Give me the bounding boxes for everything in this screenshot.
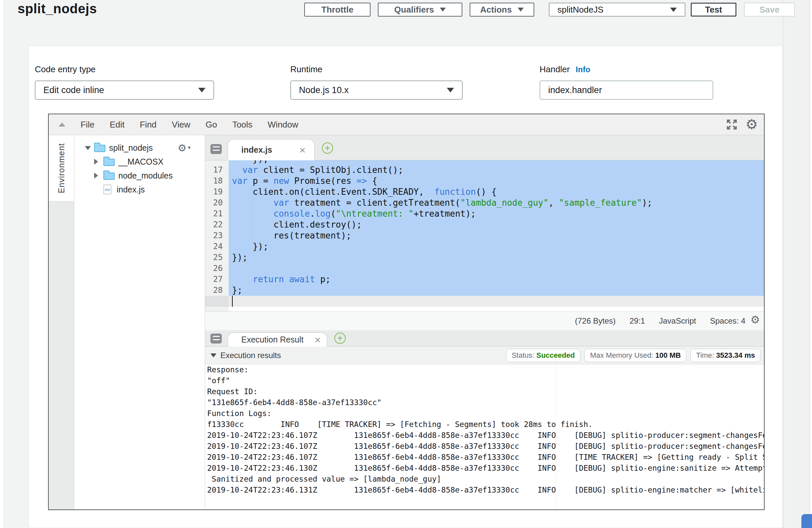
status-badge: Max Memory Used: 100 MB (584, 349, 686, 362)
code-line: client.destroy(); (232, 219, 362, 230)
new-tab-plus-icon[interactable]: + (334, 333, 346, 344)
log-line: "131e865f-6eb4-4dd8-858e-a37ef13330cc" (205, 397, 764, 408)
folder-icon (94, 145, 105, 152)
line-number: 21 (213, 208, 223, 219)
log-line: 2019-10-24T22:23:46.131Z 131e865f-6eb4-4… (205, 485, 764, 496)
file-size: (726 Bytes) (575, 316, 616, 326)
menu-item-edit[interactable]: Edit (110, 120, 125, 130)
results-tab-bar: Execution Result × + (205, 330, 764, 347)
log-line: Sanitized and processed value => [lambda… (205, 474, 764, 485)
code-line: }); (232, 252, 248, 263)
save-button-label: Save (759, 5, 780, 15)
tab-index-js[interactable]: index.js × (228, 139, 315, 160)
chevron-down-icon (198, 88, 205, 92)
environment-tab[interactable]: Environment (49, 135, 74, 201)
line-number-gutter: 17181920212223242526272829 (205, 160, 229, 311)
cursor-position: 29:1 (630, 316, 645, 326)
test-button[interactable]: Test (691, 3, 737, 17)
code-editor-area[interactable]: 17181920212223242526272829 }); var clien… (205, 160, 764, 311)
actions-dropdown-button[interactable]: Actions (470, 3, 534, 17)
active-line-highlight (229, 296, 764, 307)
tree-item-label: index.js (117, 185, 145, 194)
handler-input[interactable]: index.handler (539, 80, 713, 100)
qualifiers-dropdown-button[interactable]: Qualifiers (378, 3, 462, 17)
caret-down-icon[interactable] (85, 146, 91, 150)
caret-right-icon[interactable] (94, 159, 98, 165)
environment-tab-label: Environment (57, 143, 66, 193)
log-line: 2019-10-24T22:23:46.107Z 131e865f-6eb4-4… (205, 441, 764, 452)
lambda-console-page: split_nodejs Throttle Qualifiers Actions… (0, 0, 812, 528)
menu-item-window[interactable]: Window (268, 120, 298, 130)
tree-settings-gear-icon[interactable]: ⚙▾ (178, 142, 191, 154)
log-line: Function Logs: (205, 408, 764, 419)
indentation-setting[interactable]: Spaces: 4 (710, 316, 745, 326)
page-scrollbar[interactable] (783, 0, 810, 528)
code-line: var treatment = client.getTreatment("lam… (232, 197, 652, 208)
chevron-down-icon (440, 8, 446, 12)
close-icon[interactable]: × (315, 335, 321, 345)
close-icon[interactable]: × (299, 145, 306, 155)
status-settings-gear-icon[interactable]: ⚙ (750, 314, 760, 325)
tab-execution-result[interactable]: Execution Result × (228, 333, 327, 347)
menu-item-find[interactable]: Find (140, 120, 157, 130)
active-line-gutter (205, 296, 229, 307)
runtime-select[interactable]: Node.js 10.x (290, 80, 463, 100)
folder-icon (103, 173, 115, 180)
code-line: var client = SplitObj.client(); (232, 165, 403, 176)
actions-label: Actions (480, 5, 512, 15)
tab-list-icon[interactable] (211, 334, 222, 343)
status-badge: Status: Succeeded (506, 349, 581, 362)
handler-info-link[interactable]: Info (576, 65, 590, 74)
test-event-select[interactable]: splitNodeJS (549, 3, 685, 17)
line-number: 27 (213, 274, 223, 285)
code-line: console.log("\ntreatment: "+treatment); (232, 208, 476, 219)
text-cursor (232, 296, 233, 307)
clipped-scrolled-text: ██████ ██ ████ █ ██████████████ ███ ██ (53, 30, 351, 34)
handler-input-value: index.handler (548, 85, 602, 96)
menu-item-view[interactable]: View (172, 120, 190, 130)
chevron-down-icon (447, 88, 454, 92)
tree-item--macosx[interactable]: __MACOSX (74, 155, 205, 168)
tab-execution-result-label: Execution Result (241, 335, 304, 344)
line-number: 22 (213, 219, 223, 230)
runtime-label: Runtime (290, 64, 322, 75)
chevron-down-icon (518, 8, 524, 12)
collapse-editor-icon[interactable] (59, 122, 65, 127)
chevron-down-icon (670, 8, 677, 12)
tree-item-split-nodejs[interactable]: split_nodejs⚙▾ (74, 141, 205, 155)
tab-index-js-label: index.js (241, 145, 272, 155)
line-number: 28 (213, 285, 223, 296)
log-line: f13330cc INFO [TIME TRACKER] => [Fetchin… (205, 419, 764, 430)
handler-label: Handler Info (539, 64, 590, 75)
editor-settings-gear-icon[interactable]: ⚙ (745, 118, 758, 132)
language-mode[interactable]: JavaScript (659, 316, 696, 326)
tab-list-icon[interactable] (211, 144, 222, 154)
code-entry-type-label: Code entry type (35, 64, 96, 75)
new-tab-plus-icon[interactable]: + (322, 143, 333, 154)
execution-results-title: Execution results (220, 351, 281, 360)
test-button-label: Test (705, 5, 722, 15)
log-line: Request ID: (205, 386, 764, 397)
caret-right-icon[interactable] (94, 173, 98, 178)
code-entry-type-select[interactable]: Edit code inline (35, 80, 214, 100)
tree-item-index-js[interactable]: <>index.js (74, 182, 205, 196)
save-button[interactable]: Save (744, 3, 795, 17)
tree-item-node-modules[interactable]: node_modules (74, 168, 205, 182)
fullscreen-icon[interactable] (725, 118, 738, 131)
log-line: Response: (205, 364, 764, 375)
runtime-value: Node.js 10.x (299, 85, 349, 96)
file-tree: split_nodejs⚙▾__MACOSXnode_modules<>inde… (74, 135, 205, 510)
menu-item-tools[interactable]: Tools (232, 120, 252, 130)
clipped-code-line: }); (232, 160, 269, 165)
log-line: 2019-10-24T22:23:46.130Z 131e865f-6eb4-4… (205, 463, 764, 474)
execution-results-header: Execution results Status: SucceededMax M… (205, 347, 764, 364)
code-line: client.on(client.Event.SDK_READY, functi… (232, 187, 496, 197)
menu-item-file[interactable]: File (81, 120, 95, 130)
throttle-button[interactable]: Throttle (304, 3, 371, 17)
execution-log-output: Response:"off"Request ID:"131e865f-6eb4-… (205, 364, 764, 510)
menu-item-go[interactable]: Go (205, 120, 217, 130)
editor-main-pane: index.js × + 17181920212223242526272829 … (205, 135, 764, 510)
chat-widget[interactable] (801, 514, 812, 528)
line-number: 18 (213, 176, 223, 187)
execution-results-toggle[interactable]: Execution results (211, 351, 281, 360)
